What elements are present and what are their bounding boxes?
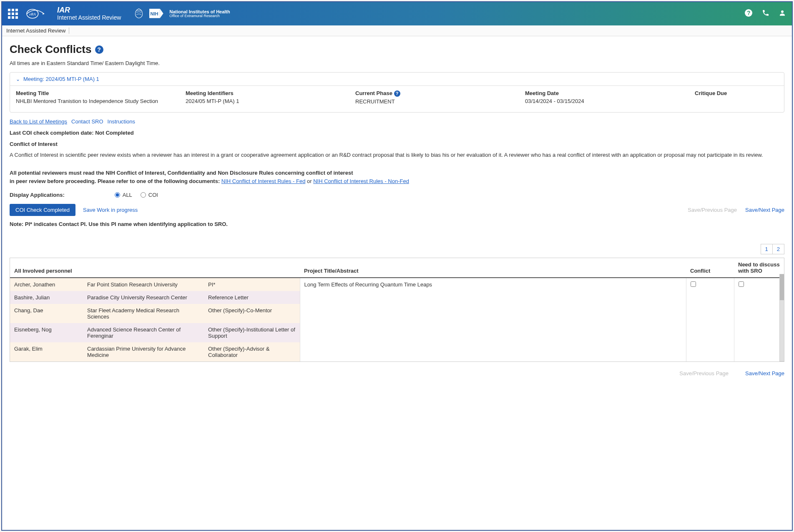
footer-save-next-link[interactable]: Save/Next Page — [745, 370, 784, 376]
th-personnel: All Involved personnel — [10, 258, 300, 278]
nih-line2: Office of Extramural Research — [169, 14, 230, 18]
coi-rules-nonfed-link[interactable]: NIH Conflict of Interest Rules - Non-Fed — [313, 178, 409, 184]
breadcrumb: Internet Assisted Review — [2, 25, 792, 36]
cell-name: Archer, Jonathen — [10, 278, 83, 291]
radio-all-input[interactable] — [115, 192, 120, 198]
main-content: Check Conflicts ? All times are in Easte… — [2, 36, 792, 530]
page-title: Check Conflicts — [10, 43, 92, 56]
radio-all[interactable]: ALL — [115, 192, 132, 198]
app-full: Internet Assisted Review — [57, 15, 121, 21]
app-abbrev: IAR — [57, 6, 121, 15]
page-help-icon[interactable]: ? — [95, 45, 103, 54]
coi-rules-fed-link[interactable]: NIH Conflict of Interest Rules - Fed — [221, 178, 306, 184]
user-icon[interactable] — [779, 9, 786, 19]
page-1[interactable]: 1 — [761, 244, 773, 254]
cell-role: Reference Letter — [204, 291, 300, 304]
cell-project: Long Term Effects of Recurring Quantum T… — [300, 278, 686, 361]
meeting-date-value: 03/14/2024 - 03/15/2024 — [525, 98, 695, 104]
chevron-down-icon: ⌄ — [16, 76, 20, 82]
svg-text:?: ? — [747, 10, 751, 16]
contact-sro-link[interactable]: Contact SRO — [71, 118, 103, 125]
table-row: Archer, Jonathen Far Point Station Resea… — [10, 278, 784, 291]
nih-logo-icon: NIH — [149, 8, 166, 19]
app-title: IAR Internet Assisted Review — [57, 6, 121, 21]
meeting-panel: ⌄ Meeting: 2024/05 MTI-P (MA) 1 Meeting … — [10, 72, 784, 113]
cell-sro — [734, 278, 784, 361]
radio-coi-input[interactable] — [141, 192, 146, 198]
meeting-phase-value: RECRUITMENT — [355, 98, 525, 105]
cell-name: Bashire, Julian — [10, 291, 83, 304]
meeting-title-label: Meeting Title — [16, 90, 186, 96]
display-apps-label: Display Applications: — [10, 192, 65, 198]
help-icon[interactable]: ? — [744, 9, 753, 19]
svg-point-8 — [781, 10, 784, 13]
cell-role: Other (Specify)-Advisor & Collaborator — [204, 342, 300, 361]
phone-icon[interactable] — [762, 9, 769, 19]
pi-note: Note: PI* indicates Contact PI. Use this… — [10, 221, 784, 227]
meeting-toggle-label: Meeting: 2024/05 MTI-P (MA) 1 — [23, 76, 99, 82]
conflict-checkbox[interactable] — [691, 281, 696, 287]
meeting-date-label: Meeting Date — [525, 90, 695, 96]
cell-inst: Paradise City University Research Center — [83, 291, 204, 304]
last-coi-check: Last COI check completion date: Not Comp… — [10, 130, 784, 136]
meeting-title-value: NHLBI Mentored Tranistion to Independenc… — [16, 98, 186, 104]
footer-save-prev-disabled: Save/Previous Page — [679, 370, 729, 376]
cell-role: Other (Specify)-Institutional Letter of … — [204, 323, 300, 342]
table-scrollbar[interactable] — [779, 274, 784, 361]
meeting-phase-label: Current Phase ? — [355, 90, 525, 97]
era-logo: eRA — [25, 7, 45, 20]
cell-role: PI* — [204, 278, 300, 291]
app-header: eRA IAR Internet Assisted Review NIH Nat… — [2, 2, 792, 25]
cell-name: Chang, Dae — [10, 304, 83, 323]
cell-inst: Cardassian Prime University for Advance … — [83, 342, 204, 361]
cell-inst: Advanced Science Research Center of Fere… — [83, 323, 204, 342]
cell-conflict — [686, 278, 734, 361]
cell-name: Garak, Elim — [10, 342, 83, 361]
th-sro: Need to discuss with SRO — [734, 258, 784, 278]
page-2[interactable]: 2 — [773, 244, 784, 254]
coi-description: A Conflict of Interest in scientific pee… — [10, 151, 784, 159]
svg-marker-1 — [43, 13, 45, 15]
cell-inst: Star Fleet Academy Medical Research Scie… — [83, 304, 204, 323]
coi-rules-block: All potential reviewers must read the NI… — [10, 169, 784, 185]
save-next-link[interactable]: Save/Next Page — [745, 207, 784, 213]
back-to-meetings-link[interactable]: Back to List of Meetings — [10, 118, 67, 125]
applications-table-wrap: All Involved personnel Project Title/Abs… — [10, 258, 784, 362]
cell-role: Other (Specify)-Co-Mentor — [204, 304, 300, 323]
cell-name: Eisneberg, Nog — [10, 323, 83, 342]
svg-text:eRA: eRA — [29, 12, 36, 16]
breadcrumb-item[interactable]: Internet Assisted Review — [6, 28, 69, 34]
timezone-note: All times are in Eastern Standard Time/ … — [10, 60, 784, 66]
critique-due-label: Critique Due — [695, 90, 778, 96]
save-wip-button[interactable]: Save Work in progress — [83, 207, 138, 213]
svg-marker-5 — [160, 9, 163, 18]
svg-text:NIH: NIH — [151, 11, 158, 16]
coi-heading: Conflict of Interest — [10, 141, 784, 147]
meeting-panel-toggle[interactable]: ⌄ Meeting: 2024/05 MTI-P (MA) 1 — [10, 73, 784, 85]
hhs-logo-icon — [133, 8, 144, 20]
applications-table: All Involved personnel Project Title/Abs… — [10, 258, 784, 361]
radio-coi[interactable]: COI — [141, 192, 158, 198]
nih-logo-block: NIH National Institutes of Health Office… — [149, 8, 230, 19]
th-project: Project Title/Abstract — [300, 258, 686, 278]
instructions-link[interactable]: Instructions — [108, 118, 135, 125]
th-conflict: Conflict — [686, 258, 734, 278]
pagination: 1 2 — [10, 244, 784, 254]
meeting-identifiers-value: 2024/05 MTI-P (MA) 1 — [186, 98, 355, 104]
cell-inst: Far Point Station Research University — [83, 278, 204, 291]
save-prev-disabled: Save/Previous Page — [688, 207, 737, 213]
coi-check-completed-button[interactable]: COI Check Completed — [10, 204, 75, 216]
sro-discuss-checkbox[interactable] — [739, 281, 744, 287]
phase-help-icon[interactable]: ? — [394, 90, 400, 97]
apps-grid-icon[interactable] — [8, 9, 18, 19]
meeting-identifiers-label: Meeting Identifiers — [186, 90, 355, 96]
